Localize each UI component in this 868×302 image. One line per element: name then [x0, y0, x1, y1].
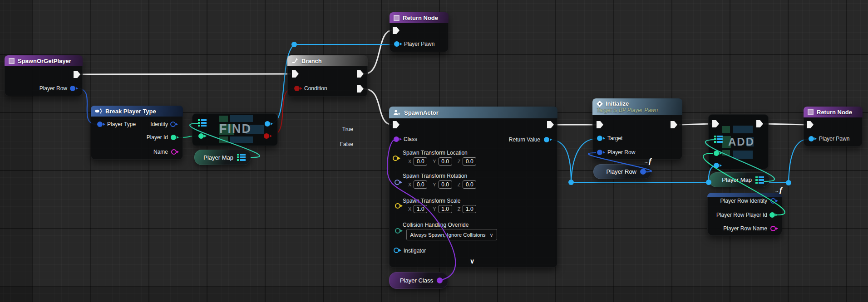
node-initialize[interactable]: Initialize Target is BP Player Pawn Targ…: [592, 98, 682, 160]
variable-player-map-2[interactable]: Player Map: [709, 172, 769, 187]
spawn-scale-input-pin[interactable]: [395, 203, 400, 209]
player-id-output-pin[interactable]: [769, 212, 775, 218]
rotation-x-input[interactable]: 0.0: [414, 180, 427, 189]
condition-input-pin[interactable]: [294, 86, 300, 91]
node-break-player-type[interactable]: Break Player Type Player Type Identity P…: [91, 106, 183, 160]
player-id-output-pin[interactable]: [171, 135, 176, 140]
scale-y-input[interactable]: 1.0: [439, 205, 452, 213]
identity-output-pin[interactable]: [770, 198, 776, 204]
find-op-label: FIND: [219, 122, 252, 136]
node-header[interactable]: Branch: [287, 55, 368, 66]
node-subtitle: Target is BP Player Pawn: [597, 107, 658, 113]
name-output-pin[interactable]: [171, 149, 177, 155]
player-pawn-input-pin[interactable]: [809, 136, 814, 141]
variable-player-class[interactable]: Player Class: [389, 272, 448, 289]
blueprint-graph-canvas[interactable]: SpawnOrGetPlayer Player Row Break Player…: [0, 0, 868, 302]
value-input-pin[interactable]: [714, 163, 719, 168]
exec-wire: [764, 124, 806, 125]
node-spawn-or-get-player[interactable]: SpawnOrGetPlayer Player Row: [5, 55, 83, 96]
node-title: Branch: [301, 58, 322, 64]
scale-x-input[interactable]: 1.0: [414, 205, 427, 213]
pin-label: Condition: [304, 85, 327, 92]
variable-player-row[interactable]: Player Row: [593, 164, 651, 179]
exec-input-pin[interactable]: [807, 121, 814, 128]
spawn-location-input-pin[interactable]: [393, 156, 398, 161]
node-branch[interactable]: Branch True Condition False: [287, 55, 368, 97]
player-pawn-input-pin[interactable]: [394, 41, 399, 47]
exec-output-pin[interactable]: [74, 71, 80, 78]
pin-label: Return Value: [509, 136, 540, 143]
node-header-strip[interactable]: [707, 193, 782, 197]
map-input-pin[interactable]: [198, 119, 207, 127]
instigator-input-pin[interactable]: [394, 248, 399, 253]
axis-z-label: Z: [458, 206, 461, 212]
expand-node-chevron-icon[interactable]: ∨: [470, 258, 474, 265]
node-title: Break Player Type: [105, 108, 156, 115]
node-return-right[interactable]: Return Node Player Pawn: [804, 107, 863, 146]
pin-label: Player Id: [147, 134, 168, 141]
exec-output-pin[interactable]: [756, 120, 763, 127]
key-input-pin[interactable]: [198, 133, 204, 139]
location-x-input[interactable]: 0.0: [414, 157, 427, 166]
rotation-y-input[interactable]: 0.0: [439, 180, 452, 189]
collision-override-dropdown[interactable]: Always Spawn, Ignore Collisions ∨: [406, 229, 497, 240]
node-header[interactable]: SpawnOrGetPlayer: [5, 55, 83, 66]
node-map-add[interactable]: ADD: [708, 114, 769, 169]
exec-wire-false: [364, 89, 392, 125]
location-y-input[interactable]: 0.0: [439, 157, 452, 166]
identity-output-pin[interactable]: [170, 122, 176, 127]
axis-x-label: X: [408, 206, 411, 212]
variable-label: Player Map: [722, 176, 752, 183]
false-exec-output-pin[interactable]: [357, 85, 364, 93]
node-header[interactable]: Return Node: [390, 12, 449, 23]
node-break-player-row[interactable]: Player Row Identity Player Row Player Id…: [707, 193, 782, 236]
key-input-pin[interactable]: [714, 151, 719, 156]
true-exec-output-pin[interactable]: [357, 70, 364, 78]
exec-input-pin[interactable]: [393, 121, 399, 128]
player-row-output-pin[interactable]: [70, 86, 75, 91]
return-value-output-pin[interactable]: [544, 137, 549, 142]
map-output-pin[interactable]: [755, 176, 764, 184]
pin-label: Player Pawn: [404, 41, 434, 47]
spawn-rotation-input-pin[interactable]: [395, 180, 400, 185]
class-input-pin[interactable]: [394, 136, 399, 142]
node-spawn-actor[interactable]: SpawnActor Class Return Value Spawn Tran…: [389, 107, 557, 268]
map-output-pin[interactable]: [237, 154, 246, 161]
scale-z-input[interactable]: 1.0: [463, 205, 476, 213]
player-type-input-pin[interactable]: [97, 122, 103, 127]
value-output-pin[interactable]: [265, 121, 270, 127]
break-struct-icon: [95, 108, 102, 114]
location-z-input[interactable]: 0.0: [463, 157, 476, 166]
exec-input-pin[interactable]: [292, 70, 299, 78]
exec-input-pin[interactable]: [597, 121, 603, 128]
collision-override-input-pin[interactable]: [395, 228, 400, 234]
pin-label: Player Row Identity: [720, 198, 767, 204]
conversion-function-icon: →ƒ: [644, 157, 652, 166]
target-input-pin[interactable]: [597, 136, 602, 141]
add-op-label: ADD: [728, 136, 755, 148]
exec-input-pin[interactable]: [393, 27, 399, 34]
player-row-output-pin[interactable]: [640, 169, 646, 175]
node-header[interactable]: SpawnActor: [389, 107, 557, 118]
result-node-icon: [394, 15, 399, 21]
variable-player-map[interactable]: Player Map: [194, 150, 251, 165]
exec-input-pin[interactable]: [712, 120, 719, 127]
rotation-z-input[interactable]: 0.0: [463, 180, 476, 189]
exec-output-pin[interactable]: [671, 121, 677, 128]
player-row-input-pin[interactable]: [597, 150, 602, 155]
node-header[interactable]: Initialize Target is BP Player Pawn: [592, 98, 682, 115]
exec-wire: [679, 124, 712, 125]
axis-y-label: Y: [433, 182, 436, 187]
node-header[interactable]: Return Node: [804, 107, 863, 117]
class-output-pin[interactable]: [437, 278, 443, 283]
node-title: Initialize: [606, 100, 629, 107]
node-map-find[interactable]: FIND: [192, 113, 278, 146]
exec-output-pin[interactable]: [547, 121, 554, 128]
node-header[interactable]: Break Player Type: [91, 106, 183, 117]
function-diamond-icon: [597, 101, 603, 107]
chevron-down-icon: ∨: [490, 233, 493, 237]
node-return-top[interactable]: Return Node Player Pawn: [390, 12, 449, 52]
found-output-pin[interactable]: [264, 133, 269, 139]
name-output-pin[interactable]: [770, 226, 776, 231]
rotation-values: X0.0 Y0.0 Z0.0: [408, 180, 476, 189]
